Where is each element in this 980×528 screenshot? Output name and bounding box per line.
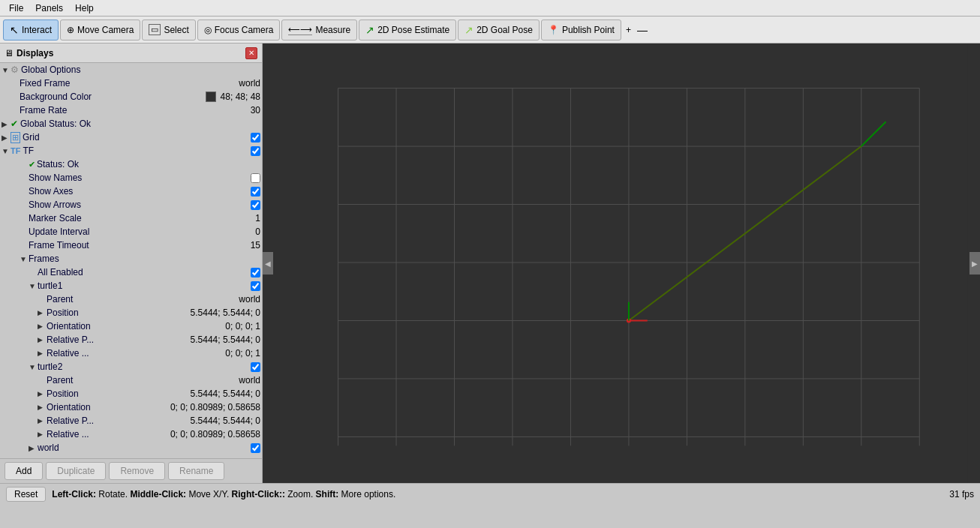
publish-icon: 📍: [548, 25, 559, 35]
toolbar-plus[interactable]: +: [626, 25, 631, 35]
viewport[interactable]: ◀ ▶: [263, 44, 980, 483]
show-names-label: Show Names: [29, 172, 251, 183]
tree-row[interactable]: ▶ Relative ... 0; 0; 0.80989; 0.58658: [0, 428, 262, 441]
tree-row[interactable]: Fixed Frame world: [0, 76, 262, 90]
turtle2-rel-o-label: Relative ...: [47, 429, 167, 440]
expand-arrow: ▶: [29, 444, 38, 452]
fps-display: 31 fps: [949, 489, 974, 500]
show-axes-checkbox[interactable]: [251, 187, 260, 196]
tree-row[interactable]: Update Interval 0: [0, 225, 262, 238]
2d-pose-label: 2D Pose Estimate: [377, 25, 449, 35]
menu-file[interactable]: File: [3, 2, 29, 15]
marker-scale-value: 1: [255, 213, 260, 224]
tree-label: Global Options: [21, 64, 260, 75]
show-arrows-label: Show Arrows: [29, 200, 251, 210]
tree-row[interactable]: ▶ Relative ... 0; 0; 0; 1: [0, 346, 262, 360]
turtle1-parent-value: world: [239, 294, 260, 304]
bg-color-label: Background Color: [20, 92, 206, 102]
tree-row[interactable]: Marker Scale 1: [0, 212, 262, 225]
measure-button[interactable]: ⟵⟶ Measure: [281, 20, 357, 40]
frames-label: Frames: [29, 254, 260, 264]
remove-button[interactable]: Remove: [109, 462, 165, 480]
tree-row[interactable]: All Enabled: [0, 266, 262, 279]
tree-row[interactable]: Show Arrows: [0, 198, 262, 212]
tree-row[interactable]: ▼ Frames: [0, 252, 262, 266]
interact-button[interactable]: ↖ Interact: [3, 20, 59, 40]
tree-row[interactable]: ▶ Relative P... 5.5444; 5.5444; 0: [0, 333, 262, 346]
expand-arrow: ▶: [38, 430, 47, 438]
turtle2-parent-value: world: [239, 375, 260, 386]
select-button[interactable]: ▭ Select: [142, 20, 195, 40]
menu-panels[interactable]: Panels: [29, 2, 69, 15]
left-panel: 🖥 Displays ✕ ▼ ⚙ Global Options Fixed Fr…: [0, 44, 263, 483]
toolbar-minus[interactable]: —: [634, 24, 651, 36]
expand-arrow: ▶: [38, 309, 47, 316]
tree-row[interactable]: ✔ Status: Ok: [0, 158, 262, 171]
expand-arrow: ▶: [38, 322, 47, 330]
tree-row[interactable]: ▶ Relative P... 5.5444; 5.5444; 0: [0, 414, 262, 428]
tf-checkbox[interactable]: [251, 146, 260, 156]
update-interval-label: Update Interval: [29, 226, 252, 237]
publish-point-button[interactable]: 📍 Publish Point: [541, 20, 621, 40]
reset-button[interactable]: Reset: [6, 487, 46, 502]
tree-row[interactable]: Parent world: [0, 374, 262, 387]
2d-goal-button[interactable]: ↗ 2D Goal Pose: [458, 20, 540, 40]
turtle1-checkbox[interactable]: [251, 281, 260, 291]
tree-row[interactable]: Show Axes: [0, 184, 262, 198]
expand-arrow: ▶: [38, 404, 47, 411]
displays-close-button[interactable]: ✕: [245, 47, 257, 59]
tree-row[interactable]: ▼ turtle2: [0, 360, 262, 374]
add-button[interactable]: Add: [5, 462, 43, 480]
publish-point-label: Publish Point: [562, 25, 615, 35]
tree-row[interactable]: Show Names: [0, 171, 262, 184]
check-green-icon: ✔: [11, 118, 18, 129]
show-arrows-checkbox[interactable]: [251, 200, 260, 210]
expand-arrow: ▼: [20, 255, 29, 263]
tree-row[interactable]: Frame Rate 30: [0, 104, 262, 117]
tree-row[interactable]: ▶ ✔ Global Status: Ok: [0, 117, 262, 130]
status-text: Left-Click: Rotate. Middle-Click: Move X…: [52, 489, 943, 500]
tree-row[interactable]: Parent world: [0, 292, 262, 306]
tree-row[interactable]: Frame Timeout 15: [0, 238, 262, 252]
duplicate-button[interactable]: Duplicate: [46, 462, 106, 480]
tree-row[interactable]: ▶ ⊞ Grid: [0, 130, 262, 144]
tree-row[interactable]: ▶ Orientation 0; 0; 0.80989; 0.58658: [0, 400, 262, 414]
viewport-collapse-right[interactable]: ▶: [969, 252, 980, 274]
world-checkbox[interactable]: [251, 443, 260, 453]
menu-help[interactable]: Help: [69, 2, 100, 15]
rename-button[interactable]: Rename: [168, 462, 224, 480]
turtle1-position-label: Position: [47, 308, 188, 318]
displays-title: Displays: [17, 48, 242, 58]
tree-row[interactable]: ▼ TF TF: [0, 144, 262, 158]
turtle2-checkbox[interactable]: [251, 362, 260, 372]
all-enabled-checkbox[interactable]: [251, 268, 260, 278]
tree-row[interactable]: Background Color 48; 48; 48: [0, 90, 262, 104]
select-icon: ▭: [149, 24, 161, 35]
tree-row[interactable]: ▶ world: [0, 441, 262, 454]
tree-row[interactable]: ▶ Position 5.5444; 5.5444; 0: [0, 306, 262, 320]
grid-canvas: [263, 44, 980, 483]
tree-row[interactable]: ▼ ⚙ Global Options: [0, 63, 262, 76]
tree-area[interactable]: ▼ ⚙ Global Options Fixed Frame world Bac…: [0, 63, 262, 458]
tree-row[interactable]: ▼ turtle1: [0, 279, 262, 292]
turtle2-rel-p-label: Relative P...: [47, 416, 188, 426]
turtle1-parent-label: Parent: [47, 294, 236, 304]
viewport-collapse-left[interactable]: ◀: [263, 252, 273, 274]
turtle1-rel-p-value: 5.5444; 5.5444; 0: [191, 334, 260, 345]
expand-arrow: ▼: [29, 282, 38, 290]
focus-icon: ◎: [204, 25, 212, 35]
expand-arrow: ▶: [2, 120, 11, 128]
main-area: 🖥 Displays ✕ ▼ ⚙ Global Options Fixed Fr…: [0, 44, 980, 483]
expand-arrow: ▶: [38, 350, 47, 357]
2d-pose-button[interactable]: ↗ 2D Pose Estimate: [359, 20, 456, 40]
expand-arrow: ▼: [2, 147, 11, 155]
grid-label: Grid: [23, 132, 251, 142]
move-camera-button[interactable]: ⊕ Move Camera: [60, 20, 140, 40]
grid-checkbox[interactable]: [251, 133, 260, 142]
tree-row[interactable]: ▶ Position 5.5444; 5.5444; 0: [0, 387, 262, 400]
expand-arrow: ▼: [29, 363, 38, 371]
show-names-checkbox[interactable]: [251, 173, 260, 183]
focus-camera-button[interactable]: ◎ Focus Camera: [197, 20, 281, 40]
select-label: Select: [164, 25, 188, 35]
tree-row[interactable]: ▶ Orientation 0; 0; 0; 1: [0, 320, 262, 333]
